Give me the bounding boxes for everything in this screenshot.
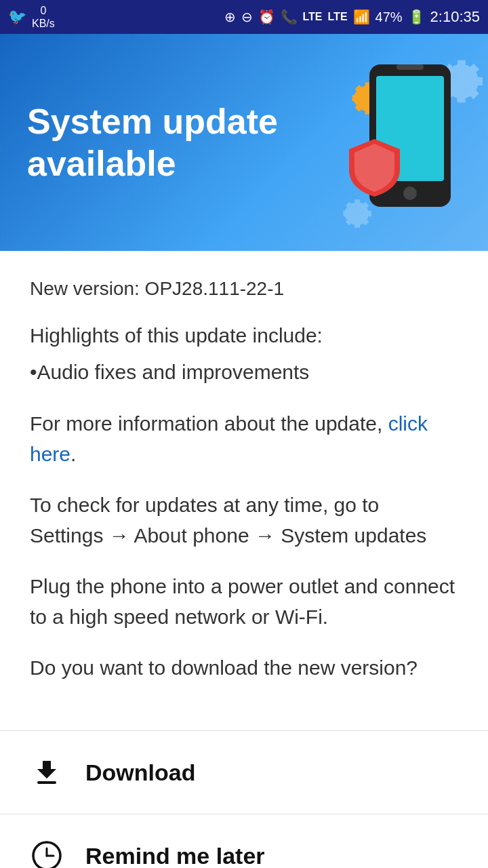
version-text: New version: OPJ28.111-22-1 <box>30 278 458 300</box>
refresh-icon: ⊕ <box>224 9 236 25</box>
svg-rect-2 <box>396 64 424 70</box>
twitter-icon: 🐦 <box>8 8 26 26</box>
status-left: 🐦 0 KB/s <box>8 4 55 30</box>
battery-icon: 🔋 <box>408 9 425 25</box>
content-area: New version: OPJ28.111-22-1 Highlights o… <box>0 251 488 730</box>
phone-illustration <box>291 54 468 231</box>
download-label: Download <box>85 760 195 786</box>
clock-icon <box>30 839 64 868</box>
highlights-text: Highlights of this update include: <box>30 324 458 347</box>
download-question-text: Do you want to download the new version? <box>30 652 458 683</box>
settings-note-text: To check for updates at any time, go to … <box>30 490 458 551</box>
shield-icon <box>346 136 403 200</box>
signal-icon: 📶 <box>353 9 370 25</box>
remind-later-label: Remind me later <box>85 843 265 869</box>
lte1-badge: LTE <box>303 11 323 23</box>
data-speed-unit: KB/s <box>32 17 55 30</box>
lte2-badge: LTE <box>328 11 348 23</box>
data-speed-value: 0 <box>32 4 55 17</box>
time-display: 2:10:35 <box>430 8 480 26</box>
battery-text: 47% <box>375 9 403 25</box>
download-icon <box>30 755 64 789</box>
audio-fixes-text: •Audio fixes and improvements <box>30 361 458 384</box>
status-right: ⊕ ⊖ ⏰ 📞 LTE LTE 📶 47% 🔋 2:10:35 <box>224 8 481 26</box>
alarm-icon: ⏰ <box>258 9 275 25</box>
svg-point-3 <box>403 186 417 200</box>
page-title: System update available <box>27 100 285 185</box>
download-button[interactable]: Download <box>0 731 488 814</box>
more-info-prefix: For more information about the update, <box>30 412 388 435</box>
svg-rect-4 <box>37 781 56 784</box>
data-speed: 0 KB/s <box>32 4 55 30</box>
phone-icon: 📞 <box>281 9 298 25</box>
plug-note-text: Plug the phone into a power outlet and c… <box>30 571 458 632</box>
remind-later-button[interactable]: Remind me later <box>0 814 488 868</box>
action-area: Download Remind me later <box>0 731 488 868</box>
status-bar: 🐦 0 KB/s ⊕ ⊖ ⏰ 📞 LTE LTE 📶 47% 🔋 2:10:35 <box>0 0 488 34</box>
more-info-text: For more information about the update, c… <box>30 408 458 469</box>
header-banner: System update available <box>0 34 488 251</box>
minus-icon: ⊖ <box>241 9 253 25</box>
